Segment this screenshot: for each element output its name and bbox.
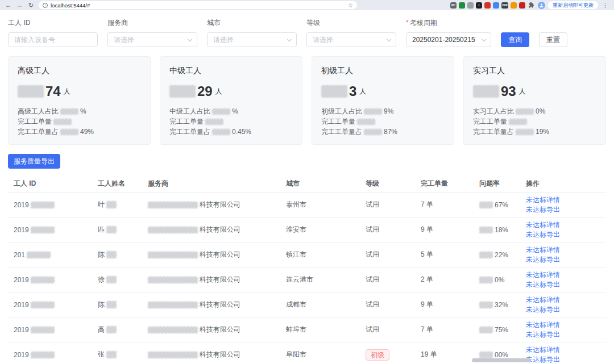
redacted-value <box>60 129 78 135</box>
stat-lines: 初级工人占比9%完工工单量完工工单量占87% <box>321 106 445 137</box>
cell-actions: 未达标详情未达标导出 <box>526 245 600 264</box>
table-body: 2019 叶 科技有限公司 泰州市 试用 7 单 67% 未达标详情未达标导出 … <box>8 193 606 364</box>
profile-avatar[interactable] <box>538 2 545 9</box>
cell-orders: 7 单 <box>421 200 479 210</box>
ext-nc-icon[interactable]: NC <box>450 2 457 9</box>
redacted-id <box>31 227 55 233</box>
stat-lines: 实习工人占比0%完工工单量完工工单量占19% <box>473 106 596 137</box>
level-value: 试用 <box>366 225 379 235</box>
redacted-vendor <box>148 327 198 333</box>
filter-period: *考核周期 20250201-20250215 <box>406 18 491 47</box>
ext-gray-circle-icon[interactable] <box>467 2 474 9</box>
link-substandard-export[interactable]: 未达标导出 <box>526 280 560 289</box>
redacted-name <box>106 251 117 258</box>
link-substandard-detail[interactable]: 未达标详情 <box>526 320 560 329</box>
extensions-puzzle-icon[interactable] <box>528 2 535 9</box>
redacted-number <box>18 85 44 98</box>
link-substandard-detail[interactable]: 未达标详情 <box>526 270 560 279</box>
ext-off-badge-icon[interactable]: OFF <box>501 2 508 9</box>
ext-i-icon[interactable]: I <box>476 2 482 9</box>
stat-count: 93 <box>501 83 516 99</box>
cell-worker-name: 陈 <box>98 300 148 309</box>
stat-lines: 高级工人占比%完工工单量完工工单量占49% <box>18 106 141 137</box>
level-select[interactable]: 请选择 <box>306 32 396 47</box>
cell-orders: 9 单 <box>421 300 479 309</box>
bookmark-star-icon[interactable]: ☆ <box>348 2 353 9</box>
cell-vendor: 科技有限公司 <box>148 200 286 210</box>
redacted-value <box>357 119 375 125</box>
redacted-value <box>205 119 223 125</box>
worker-id-label: 工人 ID <box>8 18 98 28</box>
vendor-select[interactable]: 请选择 <box>107 32 197 47</box>
ext-blue-icon[interactable] <box>493 2 499 9</box>
stat-card-title: 初级工人 <box>321 66 445 76</box>
redacted-value <box>60 108 78 115</box>
stat-number-row: 3 人 <box>321 83 445 99</box>
ext-red-icon[interactable] <box>484 2 491 9</box>
link-substandard-detail[interactable]: 未达标详情 <box>526 295 560 304</box>
cell-worker-id: 2019 <box>14 226 98 234</box>
browser-toolbar: ← → ↻ i localhost:5444/# ☆ NCIOFF 重新启动即可… <box>0 0 614 10</box>
link-substandard-detail[interactable]: 未达标详情 <box>526 245 560 254</box>
link-substandard-export[interactable]: 未达标导出 <box>526 255 560 264</box>
stat-lines: 中级工人占比%完工工单量完工工单量占0.45% <box>169 106 293 137</box>
refresh-icon[interactable]: ↻ <box>27 0 35 10</box>
link-substandard-export[interactable]: 未达标导出 <box>526 205 560 214</box>
link-substandard-detail[interactable]: 未达标详情 <box>526 195 560 204</box>
cell-actions: 未达标详情未达标导出 <box>526 320 600 339</box>
worker-id-input[interactable] <box>8 32 98 47</box>
address-bar[interactable]: i localhost:5444/# ☆ <box>39 1 357 9</box>
chevron-down-icon <box>482 37 486 41</box>
link-substandard-export[interactable]: 未达标导出 <box>526 230 560 239</box>
link-substandard-detail[interactable]: 未达标详情 <box>526 345 560 354</box>
cell-vendor: 科技有限公司 <box>148 250 286 260</box>
ext-crimson-icon[interactable] <box>519 2 525 9</box>
redacted-id <box>31 202 55 208</box>
browser-menu-icon[interactable]: ⋮ <box>601 2 609 9</box>
ext-orange-icon[interactable] <box>511 2 517 9</box>
level-label: 等级 <box>306 18 396 28</box>
filter-bar: 工人 ID 服务商 请选择 城市 请选择 等级 请选择 *考核周期 <box>8 18 606 47</box>
cell-city: 成都市 <box>286 300 366 309</box>
back-icon[interactable]: ← <box>5 0 12 10</box>
stat-line: 中级工人占比% <box>169 106 293 116</box>
filter-city: 城市 请选择 <box>207 18 297 47</box>
link-substandard-detail[interactable]: 未达标详情 <box>526 220 560 229</box>
link-substandard-export[interactable]: 未达标导出 <box>526 330 560 339</box>
city-select[interactable]: 请选择 <box>207 32 297 47</box>
redacted-number <box>473 85 499 98</box>
stat-card: 中级工人 29 人 中级工人占比%完工工单量完工工单量占0.45% <box>160 56 302 145</box>
site-info-icon[interactable]: i <box>43 3 48 8</box>
level-value: 初级 <box>366 349 389 361</box>
toolbar-right: NCIOFF 重新启动即可更新 ⋮ <box>450 1 609 9</box>
cell-vendor: 科技有限公司 <box>148 300 286 309</box>
period-select[interactable]: 20250201-20250215 <box>406 32 491 47</box>
redacted-rate <box>479 352 493 358</box>
cell-level: 试用 <box>366 325 421 334</box>
redacted-vendor <box>148 352 198 358</box>
ext-green-grid-icon[interactable] <box>459 2 465 9</box>
restart-to-update-button[interactable]: 重新启动即可更新 <box>548 1 598 9</box>
cell-worker-name: 陈 <box>98 250 148 260</box>
col-city: 城市 <box>286 179 366 189</box>
reset-button[interactable]: 重置 <box>539 32 567 47</box>
service-quality-export-button[interactable]: 服务质量导出 <box>8 154 60 169</box>
table-header: 工人 ID 工人姓名 服务商 城市 等级 完工单量 问题率 操作 <box>8 175 606 193</box>
forward-icon[interactable]: → <box>16 0 23 10</box>
link-substandard-export[interactable]: 未达标导出 <box>526 305 560 314</box>
stat-line: 完工工单量占49% <box>18 127 141 137</box>
search-button[interactable]: 查询 <box>501 32 529 47</box>
chevron-down-icon <box>287 37 292 41</box>
city-label: 城市 <box>207 18 297 28</box>
cell-worker-name: 匹 <box>98 225 148 235</box>
link-substandard-export[interactable]: 未达标导出 <box>526 355 560 364</box>
redacted-rate <box>479 252 493 258</box>
horizontal-scrollbar-thumb[interactable] <box>472 358 531 362</box>
cell-worker-name: 徐 <box>98 275 148 284</box>
col-rate: 问题率 <box>479 179 526 189</box>
url-text[interactable]: localhost:5444/# <box>51 2 345 9</box>
redacted-value <box>516 129 534 135</box>
level-value: 试用 <box>366 200 379 210</box>
cell-city: 镇江市 <box>286 250 366 260</box>
cell-level: 初级 <box>366 349 421 361</box>
